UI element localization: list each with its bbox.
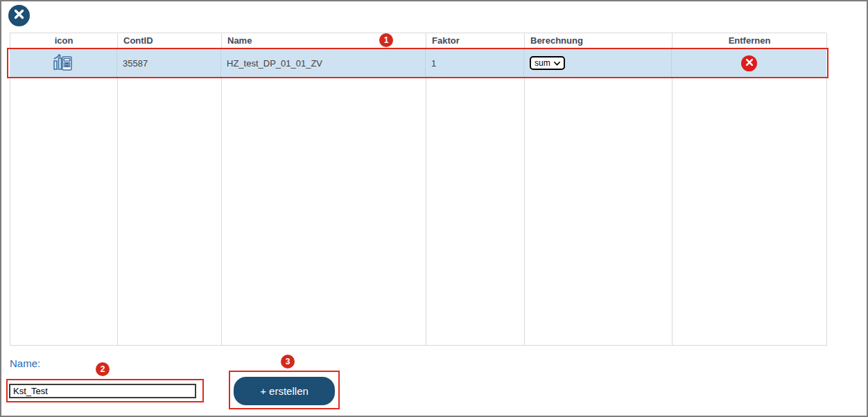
column-header-faktor: Faktor <box>426 33 525 48</box>
row-name: HZ_test_DP_01_01_ZV <box>221 48 426 78</box>
berechnung-select[interactable]: sum <box>530 56 565 70</box>
table-body-empty <box>10 78 826 346</box>
column-header-icon: icon <box>10 33 118 48</box>
chevron-down-icon <box>554 58 560 68</box>
close-icon <box>13 8 25 23</box>
row-entfernen-cell <box>672 48 826 78</box>
row-berechnung-cell: sum <box>524 48 672 78</box>
column-header-berechnung: Berechnung <box>525 33 672 48</box>
name-input[interactable] <box>9 384 196 398</box>
create-button[interactable]: + erstellen <box>234 377 335 405</box>
annotation-badge-2: 2 <box>96 362 110 376</box>
row-icon-cell <box>10 48 117 78</box>
table-row[interactable]: 35587 HZ_test_DP_01_01_ZV 1 sum <box>10 48 826 78</box>
annotation-badge-1: 1 <box>379 33 393 47</box>
annotation-badge-3: 3 <box>281 355 295 369</box>
close-button[interactable] <box>8 5 30 26</box>
berechnung-selected-value: sum <box>535 58 550 68</box>
delete-icon <box>745 58 754 69</box>
row-contid: 35587 <box>117 48 221 78</box>
chart-calculator-icon <box>53 53 73 73</box>
delete-button[interactable] <box>741 55 757 71</box>
column-header-entfernen: Entfernen <box>672 33 827 48</box>
name-field-label: Name: <box>10 357 40 369</box>
row-faktor: 1 <box>426 48 524 78</box>
table-header: icon ContID Name Faktor Berechnung Entfe… <box>10 33 826 48</box>
dialog-page: icon ContID Name Faktor Berechnung Entfe… <box>0 0 868 417</box>
column-header-name: Name <box>222 33 426 48</box>
column-header-contid: ContID <box>118 33 222 48</box>
